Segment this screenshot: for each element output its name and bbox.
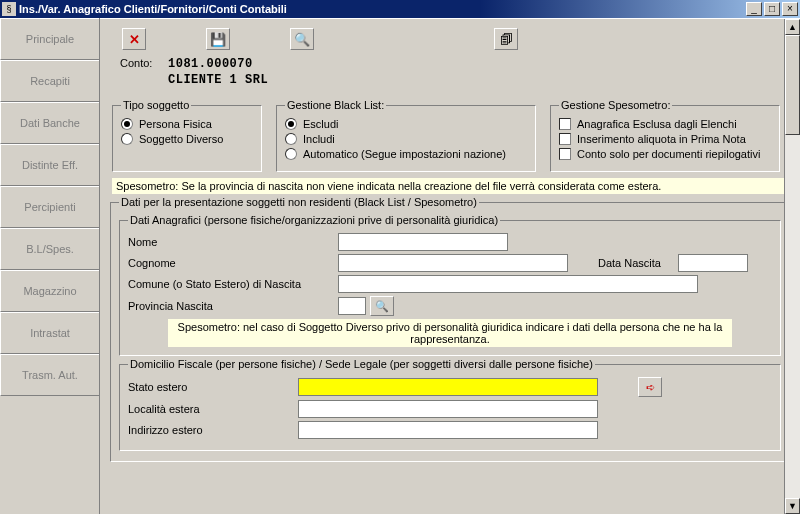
arrow-right-icon: ➪ (646, 381, 655, 394)
print-button[interactable]: 🗐 (494, 28, 518, 50)
blacklist-legend: Gestione Black List: (285, 99, 386, 111)
check-aliquota[interactable] (559, 133, 571, 145)
conto-code: 1081.000070 (168, 57, 253, 71)
label-includi: Includi (303, 133, 335, 145)
tab-trasm-aut[interactable]: Trasm. Aut. (0, 354, 99, 396)
save-button[interactable]: 💾 (206, 28, 230, 50)
dati-anagrafici-legend: Dati Anagrafici (persone fisiche/organiz… (128, 214, 500, 226)
tab-dati-banche[interactable]: Dati Banche (0, 102, 99, 144)
radio-persona-fisica[interactable] (121, 118, 133, 130)
note-provincia: Spesometro: Se la provincia di nascita n… (112, 178, 788, 194)
localita-estera-input[interactable] (298, 400, 598, 418)
scroll-thumb[interactable] (785, 35, 800, 135)
check-riepilog[interactable] (559, 148, 571, 160)
comune-label: Comune (o Stato Estero) di Nascita (128, 278, 338, 290)
conto-label: Conto: (120, 57, 168, 71)
tab-bl-spes[interactable]: B.L/Spes. (0, 228, 99, 270)
cognome-label: Cognome (128, 257, 338, 269)
radio-escludi[interactable] (285, 118, 297, 130)
label-escludi: Escludi (303, 118, 338, 130)
label-automatico: Automatico (Segue impostazioni nazione) (303, 148, 506, 160)
titlebar: § Ins./Var. Anagrafico Clienti/Fornitori… (0, 0, 800, 18)
stato-estero-input[interactable] (298, 378, 598, 396)
indirizzo-estero-label: Indirizzo estero (128, 424, 298, 436)
scroll-down-button[interactable]: ▼ (785, 498, 800, 514)
tab-magazzino[interactable]: Magazzino (0, 270, 99, 312)
label-riepilog: Conto solo per documenti riepilogativi (577, 148, 760, 160)
tab-recapiti[interactable]: Recapiti (0, 60, 99, 102)
toolbar: ✕ 💾 🔍 🗐 (106, 25, 794, 53)
search-icon: 🔍 (375, 300, 389, 313)
label-aliquota: Inserimento aliquota in Prima Nota (577, 133, 746, 145)
maximize-button[interactable]: □ (764, 2, 780, 16)
datanascita-input[interactable] (678, 254, 748, 272)
content-panel: ✕ 💾 🔍 🗐 Conto: 1081.000070 CLIENTE 1 SRL… (100, 18, 800, 514)
nome-label: Nome (128, 236, 338, 248)
save-icon: 💾 (210, 32, 226, 47)
localita-estera-label: Località estera (128, 403, 298, 415)
close-icon: ✕ (129, 32, 140, 47)
check-esclusa[interactable] (559, 118, 571, 130)
cancel-button[interactable]: ✕ (122, 28, 146, 50)
app-icon: § (2, 2, 16, 16)
tab-distinte[interactable]: Distinte Eff. (0, 144, 99, 186)
label-esclusa: Anagrafica Esclusa dagli Elenchi (577, 118, 737, 130)
vertical-scrollbar[interactable]: ▲ ▼ (784, 19, 800, 514)
comune-input[interactable] (338, 275, 698, 293)
vertical-tabs: Principale Recapiti Dati Banche Distinte… (0, 18, 100, 514)
tab-intrastat[interactable]: Intrastat (0, 312, 99, 354)
provincia-label: Provincia Nascita (128, 300, 338, 312)
domicilio-fiscale-group: Domicilio Fiscale (per persone fisiche) … (119, 358, 781, 451)
minimize-button[interactable]: _ (746, 2, 762, 16)
tab-percipienti[interactable]: Percipienti (0, 186, 99, 228)
search-icon: 🔍 (294, 32, 310, 47)
spesometro-group: Gestione Spesometro: Anagrafica Esclusa … (550, 99, 780, 172)
tab-principale[interactable]: Principale (0, 18, 99, 60)
close-button[interactable]: × (782, 2, 798, 16)
dati-anagrafici-group: Dati Anagrafici (persone fisiche/organiz… (119, 214, 781, 356)
search-button[interactable]: 🔍 (290, 28, 314, 50)
conto-name: CLIENTE 1 SRL (168, 73, 794, 87)
scroll-track[interactable] (785, 35, 800, 498)
tipo-soggetto-group: Tipo soggetto Persona Fisica Soggetto Di… (112, 99, 262, 172)
label-persona-fisica: Persona Fisica (139, 118, 212, 130)
domicilio-fiscale-legend: Domicilio Fiscale (per persone fisiche) … (128, 358, 595, 370)
nome-input[interactable] (338, 233, 508, 251)
blacklist-group: Gestione Black List: Escludi Includi Aut… (276, 99, 536, 172)
note-soggetto-diverso: Spesometro: nel caso di Soggetto Diverso… (168, 319, 732, 347)
cognome-input[interactable] (338, 254, 568, 272)
dati-presentazione-legend: Dati per la presentazione soggetti non r… (119, 196, 479, 208)
stato-estero-action-button[interactable]: ➪ (638, 377, 662, 397)
scroll-up-button[interactable]: ▲ (785, 19, 800, 35)
dati-presentazione-group: Dati per la presentazione soggetti non r… (110, 196, 790, 462)
radio-automatico[interactable] (285, 148, 297, 160)
spesometro-legend: Gestione Spesometro: (559, 99, 672, 111)
tipo-soggetto-legend: Tipo soggetto (121, 99, 191, 111)
provincia-lookup-button[interactable]: 🔍 (370, 296, 394, 316)
provincia-input[interactable] (338, 297, 366, 315)
radio-soggetto-diverso[interactable] (121, 133, 133, 145)
datanascita-label: Data Nascita (598, 257, 678, 269)
indirizzo-estero-input[interactable] (298, 421, 598, 439)
stato-estero-label: Stato estero (128, 381, 298, 393)
radio-includi[interactable] (285, 133, 297, 145)
label-soggetto-diverso: Soggetto Diverso (139, 133, 223, 145)
print-icon: 🗐 (500, 32, 513, 47)
window-title: Ins./Var. Anagrafico Clienti/Fornitori/C… (19, 3, 746, 15)
